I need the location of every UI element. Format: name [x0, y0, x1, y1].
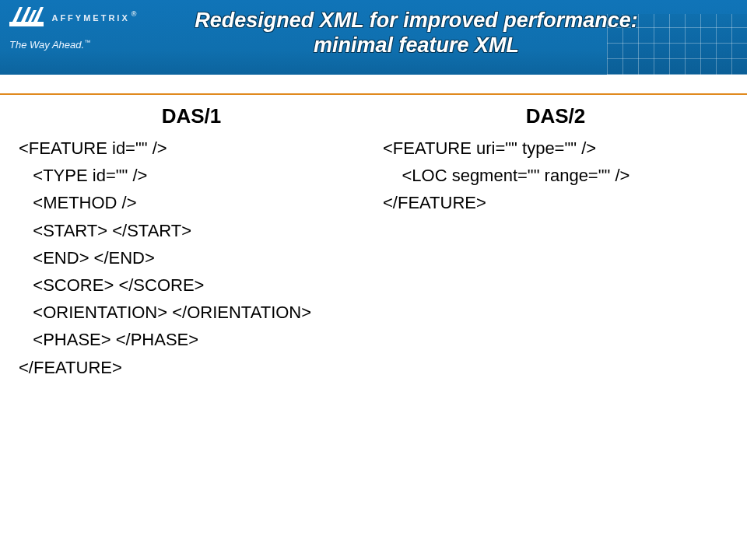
slide-title-line1: Redesigned XML for improved performance: — [195, 9, 638, 32]
svg-rect-0 — [9, 22, 44, 26]
column-das2: DAS/2 <FEATURE uri="" type="" /> <LOC se… — [383, 104, 728, 381]
column-das1: DAS/1 <FEATURE id="" /> <TYPE id="" /> <… — [19, 104, 364, 381]
banner-underline — [0, 75, 747, 84]
header-banner: AFFYMETRIX® The Way Ahead.™ Redesigned X… — [0, 0, 747, 84]
das1-code: <FEATURE id="" /> <TYPE id="" /> <METHOD… — [19, 135, 364, 381]
das2-code: <FEATURE uri="" type="" /> <LOC segment=… — [383, 135, 728, 217]
trademark-mark: ™ — [84, 39, 90, 46]
das2-heading: DAS/2 — [383, 104, 728, 128]
das1-heading: DAS/1 — [19, 104, 364, 128]
slide-title: Redesigned XML for improved performance:… — [117, 8, 716, 58]
slide-body: DAS/1 <FEATURE id="" /> <TYPE id="" /> <… — [0, 84, 747, 381]
tagline-text: The Way Ahead. — [9, 39, 84, 51]
affymetrix-logo-icon — [9, 5, 44, 31]
slide-title-line2: minimal feature XML — [314, 33, 519, 57]
